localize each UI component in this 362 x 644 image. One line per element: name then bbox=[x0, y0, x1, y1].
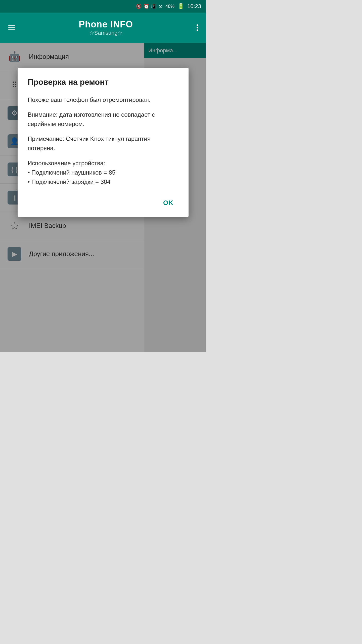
app-title: Phone INFO bbox=[17, 19, 195, 30]
usage-charger-text: • Подключений зарядки = 304 bbox=[28, 177, 111, 186]
dialog-paragraph-2: Внимание: дата изготовления не совпадает… bbox=[28, 110, 178, 129]
dialog-overlay: Проверка на ремонт Похоже ваш телефон бы… bbox=[0, 43, 206, 352]
app-title-container: Phone INFO ☆Samsung☆ bbox=[17, 19, 195, 36]
usage-section: Использование устройства: • Подключений … bbox=[28, 158, 178, 187]
app-bar: Phone INFO ☆Samsung☆ bbox=[0, 13, 206, 43]
battery-icon: 🔋 bbox=[177, 3, 184, 10]
no-signal-icon: ⊘ bbox=[159, 4, 162, 9]
status-time: 10:23 bbox=[187, 3, 201, 10]
usage-headphones-text: • Подключений наушников = 85 bbox=[28, 168, 115, 177]
mute-icon: 🔇 bbox=[136, 4, 142, 9]
main-content: 🤖 Информация ⠿ Секретные коды ⚙ 👤 { } ||… bbox=[0, 43, 206, 352]
dialog-paragraph-3: Примечание: Счетчик Knox тикнул гарантия… bbox=[28, 134, 178, 153]
ok-button[interactable]: OK bbox=[158, 196, 178, 210]
vibrate-icon: 📳 bbox=[151, 4, 157, 9]
more-options-button[interactable] bbox=[195, 22, 200, 33]
battery-level: 48% bbox=[165, 4, 174, 9]
dialog-paragraph-1: Похоже ваш телефон был отремонтирован. bbox=[28, 95, 178, 104]
dialog-body: Похоже ваш телефон был отремонтирован. В… bbox=[28, 95, 178, 187]
hamburger-menu-button[interactable] bbox=[6, 23, 17, 32]
alarm-icon: ⏰ bbox=[144, 4, 149, 9]
app-subtitle: ☆Samsung☆ bbox=[17, 30, 195, 36]
usage-heading: Использование устройства: bbox=[28, 158, 178, 168]
usage-item-headphones: • Подключений наушников = 85 bbox=[28, 168, 178, 177]
repair-check-dialog: Проверка на ремонт Похоже ваш телефон бы… bbox=[18, 68, 189, 217]
usage-item-charger: • Подключений зарядки = 304 bbox=[28, 177, 178, 186]
dialog-actions: OK bbox=[28, 192, 178, 212]
status-icons: 🔇 ⏰ 📳 ⊘ bbox=[136, 4, 162, 9]
status-bar: 🔇 ⏰ 📳 ⊘ 48% 🔋 10:23 bbox=[0, 0, 206, 13]
dialog-title: Проверка на ремонт bbox=[28, 77, 178, 88]
